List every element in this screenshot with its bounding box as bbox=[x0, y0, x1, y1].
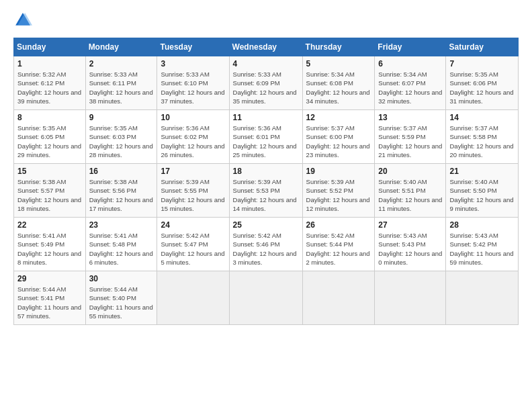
calendar-cell: 21 Sunrise: 5:40 AMSunset: 5:50 PMDaylig… bbox=[446, 164, 519, 218]
day-number: 14 bbox=[449, 113, 515, 122]
day-detail: Sunrise: 5:37 AMSunset: 5:59 PMDaylight:… bbox=[378, 124, 442, 158]
day-detail: Sunrise: 5:33 AMSunset: 6:09 PMDaylight:… bbox=[233, 71, 297, 105]
day-number: 19 bbox=[306, 167, 371, 176]
week-row-2: 8 Sunrise: 5:35 AMSunset: 6:05 PMDayligh… bbox=[14, 110, 519, 164]
col-header-saturday: Saturday bbox=[446, 38, 519, 56]
day-detail: Sunrise: 5:40 AMSunset: 5:50 PMDaylight:… bbox=[449, 178, 513, 212]
day-number: 11 bbox=[233, 113, 299, 122]
calendar-cell: 5 Sunrise: 5:34 AMSunset: 6:08 PMDayligh… bbox=[302, 56, 375, 110]
calendar-cell: 10 Sunrise: 5:36 AMSunset: 6:02 PMDaylig… bbox=[157, 110, 229, 164]
calendar-cell: 4 Sunrise: 5:33 AMSunset: 6:09 PMDayligh… bbox=[229, 56, 302, 110]
day-detail: Sunrise: 5:33 AMSunset: 6:11 PMDaylight:… bbox=[89, 71, 153, 105]
day-number: 3 bbox=[161, 59, 225, 68]
day-number: 30 bbox=[89, 274, 154, 283]
day-number: 20 bbox=[378, 167, 442, 176]
day-detail: Sunrise: 5:39 AMSunset: 5:55 PMDaylight:… bbox=[161, 178, 224, 212]
day-detail: Sunrise: 5:32 AMSunset: 6:12 PMDaylight:… bbox=[17, 71, 81, 105]
col-header-friday: Friday bbox=[375, 38, 446, 56]
day-number: 22 bbox=[17, 220, 82, 230]
calendar-cell bbox=[302, 271, 375, 325]
day-detail: Sunrise: 5:38 AMSunset: 5:57 PMDaylight:… bbox=[17, 178, 81, 212]
week-row-4: 22 Sunrise: 5:41 AMSunset: 5:49 PMDaylig… bbox=[14, 218, 519, 271]
day-number: 15 bbox=[17, 167, 82, 176]
calendar-cell: 17 Sunrise: 5:39 AMSunset: 5:55 PMDaylig… bbox=[157, 164, 229, 218]
calendar-cell: 23 Sunrise: 5:41 AMSunset: 5:48 PMDaylig… bbox=[85, 218, 157, 271]
day-detail: Sunrise: 5:36 AMSunset: 6:02 PMDaylight:… bbox=[161, 124, 224, 158]
day-number: 7 bbox=[449, 59, 515, 68]
calendar-cell: 9 Sunrise: 5:35 AMSunset: 6:03 PMDayligh… bbox=[85, 110, 157, 164]
col-header-sunday: Sunday bbox=[14, 38, 86, 56]
day-detail: Sunrise: 5:40 AMSunset: 5:51 PMDaylight:… bbox=[378, 178, 442, 212]
day-number: 4 bbox=[233, 59, 299, 68]
day-number: 29 bbox=[17, 274, 82, 283]
day-detail: Sunrise: 5:33 AMSunset: 6:10 PMDaylight:… bbox=[161, 71, 224, 105]
day-detail: Sunrise: 5:41 AMSunset: 5:48 PMDaylight:… bbox=[89, 232, 153, 266]
calendar-cell bbox=[229, 271, 302, 325]
calendar-cell: 12 Sunrise: 5:37 AMSunset: 6:00 PMDaylig… bbox=[302, 110, 375, 164]
day-number: 21 bbox=[449, 167, 515, 176]
calendar-cell bbox=[446, 271, 519, 325]
calendar-cell: 18 Sunrise: 5:39 AMSunset: 5:53 PMDaylig… bbox=[229, 164, 302, 218]
day-detail: Sunrise: 5:34 AMSunset: 6:07 PMDaylight:… bbox=[378, 71, 442, 105]
day-number: 18 bbox=[233, 167, 299, 176]
calendar-cell: 27 Sunrise: 5:43 AMSunset: 5:43 PMDaylig… bbox=[375, 218, 446, 271]
calendar-cell: 28 Sunrise: 5:43 AMSunset: 5:42 PMDaylig… bbox=[446, 218, 519, 271]
col-header-tuesday: Tuesday bbox=[157, 38, 229, 56]
logo bbox=[13, 11, 35, 30]
week-row-1: 1 Sunrise: 5:32 AMSunset: 6:12 PMDayligh… bbox=[14, 56, 519, 110]
col-header-monday: Monday bbox=[85, 38, 157, 56]
header bbox=[13, 11, 519, 30]
day-detail: Sunrise: 5:38 AMSunset: 5:56 PMDaylight:… bbox=[89, 178, 153, 212]
day-detail: Sunrise: 5:44 AMSunset: 5:41 PMDaylight:… bbox=[17, 285, 81, 320]
day-number: 6 bbox=[378, 59, 442, 68]
day-detail: Sunrise: 5:43 AMSunset: 5:42 PMDaylight:… bbox=[449, 232, 513, 266]
day-number: 17 bbox=[161, 167, 225, 176]
day-detail: Sunrise: 5:37 AMSunset: 5:58 PMDaylight:… bbox=[449, 124, 513, 158]
col-header-wednesday: Wednesday bbox=[229, 38, 302, 56]
day-detail: Sunrise: 5:35 AMSunset: 6:05 PMDaylight:… bbox=[17, 124, 81, 158]
day-detail: Sunrise: 5:42 AMSunset: 5:46 PMDaylight:… bbox=[233, 232, 297, 266]
day-number: 23 bbox=[89, 220, 154, 230]
calendar-cell: 3 Sunrise: 5:33 AMSunset: 6:10 PMDayligh… bbox=[157, 56, 229, 110]
day-number: 9 bbox=[89, 113, 154, 122]
calendar-cell: 22 Sunrise: 5:41 AMSunset: 5:49 PMDaylig… bbox=[14, 218, 86, 271]
day-number: 16 bbox=[89, 167, 154, 176]
logo-icon bbox=[13, 11, 32, 30]
calendar-cell: 16 Sunrise: 5:38 AMSunset: 5:56 PMDaylig… bbox=[85, 164, 157, 218]
day-detail: Sunrise: 5:42 AMSunset: 5:44 PMDaylight:… bbox=[306, 232, 370, 266]
day-detail: Sunrise: 5:43 AMSunset: 5:43 PMDaylight:… bbox=[378, 232, 442, 266]
week-row-3: 15 Sunrise: 5:38 AMSunset: 5:57 PMDaylig… bbox=[14, 164, 519, 218]
day-detail: Sunrise: 5:44 AMSunset: 5:40 PMDaylight:… bbox=[89, 285, 153, 320]
day-number: 2 bbox=[89, 59, 154, 68]
calendar-cell: 19 Sunrise: 5:39 AMSunset: 5:52 PMDaylig… bbox=[302, 164, 375, 218]
day-detail: Sunrise: 5:34 AMSunset: 6:08 PMDaylight:… bbox=[306, 71, 370, 105]
calendar-cell: 1 Sunrise: 5:32 AMSunset: 6:12 PMDayligh… bbox=[14, 56, 86, 110]
day-detail: Sunrise: 5:39 AMSunset: 5:53 PMDaylight:… bbox=[233, 178, 297, 212]
day-detail: Sunrise: 5:37 AMSunset: 6:00 PMDaylight:… bbox=[306, 124, 370, 158]
page: SundayMondayTuesdayWednesdayThursdayFrid… bbox=[0, 0, 532, 332]
calendar-table: SundayMondayTuesdayWednesdayThursdayFrid… bbox=[13, 38, 519, 325]
day-number: 27 bbox=[378, 220, 442, 230]
calendar-cell: 26 Sunrise: 5:42 AMSunset: 5:44 PMDaylig… bbox=[302, 218, 375, 271]
day-number: 28 bbox=[449, 220, 515, 230]
day-detail: Sunrise: 5:42 AMSunset: 5:47 PMDaylight:… bbox=[161, 232, 224, 266]
day-detail: Sunrise: 5:41 AMSunset: 5:49 PMDaylight:… bbox=[17, 232, 81, 266]
calendar-cell bbox=[157, 271, 229, 325]
calendar-cell bbox=[375, 271, 446, 325]
week-row-5: 29 Sunrise: 5:44 AMSunset: 5:41 PMDaylig… bbox=[14, 271, 519, 325]
calendar-cell: 30 Sunrise: 5:44 AMSunset: 5:40 PMDaylig… bbox=[85, 271, 157, 325]
col-header-thursday: Thursday bbox=[302, 38, 375, 56]
calendar-cell: 29 Sunrise: 5:44 AMSunset: 5:41 PMDaylig… bbox=[14, 271, 86, 325]
calendar-cell: 8 Sunrise: 5:35 AMSunset: 6:05 PMDayligh… bbox=[14, 110, 86, 164]
day-detail: Sunrise: 5:39 AMSunset: 5:52 PMDaylight:… bbox=[306, 178, 370, 212]
day-number: 26 bbox=[306, 220, 371, 230]
calendar-cell: 13 Sunrise: 5:37 AMSunset: 5:59 PMDaylig… bbox=[375, 110, 446, 164]
day-number: 13 bbox=[378, 113, 442, 122]
day-number: 8 bbox=[17, 113, 82, 122]
header-row: SundayMondayTuesdayWednesdayThursdayFrid… bbox=[14, 38, 519, 56]
day-detail: Sunrise: 5:36 AMSunset: 6:01 PMDaylight:… bbox=[233, 124, 297, 158]
day-number: 5 bbox=[306, 59, 371, 68]
day-number: 24 bbox=[161, 220, 225, 230]
calendar-cell: 7 Sunrise: 5:35 AMSunset: 6:06 PMDayligh… bbox=[446, 56, 519, 110]
calendar-cell: 24 Sunrise: 5:42 AMSunset: 5:47 PMDaylig… bbox=[157, 218, 229, 271]
